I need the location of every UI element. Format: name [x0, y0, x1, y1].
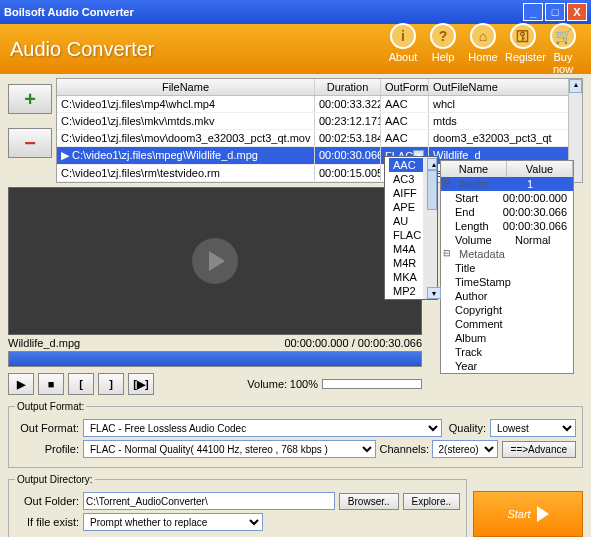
file-row[interactable]: C:\video1\zj.files\mp4\whcl.mp400:00:33.…	[57, 96, 582, 113]
volume-label: Volume: 100%	[247, 378, 318, 390]
property-row[interactable]: Length00:00:30.066	[441, 219, 573, 233]
property-row[interactable]: TimeStamp	[441, 275, 573, 289]
property-row[interactable]: Start00:00:00.000	[441, 191, 573, 205]
props-header: NameValue	[441, 161, 573, 177]
window-title: Boilsoft Audio Converter	[4, 6, 134, 18]
outformat-select[interactable]: FLAC - Free Lossless Audio Codec	[83, 419, 442, 437]
preview-filename: Wildlife_d.mpg	[8, 337, 284, 349]
props-group-audio[interactable]: Audio1	[441, 177, 573, 191]
col-outformat[interactable]: OutFormat	[381, 79, 429, 95]
maximize-button[interactable]: □	[545, 3, 565, 21]
stop-button[interactable]: ■	[38, 373, 64, 395]
play-overlay-icon[interactable]	[192, 238, 238, 284]
dropdown-scrollbar[interactable]: ▴ ▾	[423, 157, 437, 299]
help-icon: ?	[430, 23, 456, 49]
home-button[interactable]: ⌂Home	[465, 23, 501, 75]
volume-slider[interactable]	[322, 379, 422, 389]
home-icon: ⌂	[470, 23, 496, 49]
explore-button[interactable]: Explore..	[403, 493, 460, 510]
buynow-button[interactable]: 🛒Buy now	[545, 23, 581, 75]
channels-select[interactable]: 2(stereo)	[432, 440, 498, 458]
register-button[interactable]: ⚿Register	[505, 23, 541, 75]
property-row[interactable]: Album	[441, 331, 573, 345]
property-row[interactable]: Author	[441, 289, 573, 303]
fileexist-select[interactable]: Prompt whether to replace	[83, 513, 263, 531]
help-button[interactable]: ?Help	[425, 23, 461, 75]
properties-panel[interactable]: NameValue Audio1 Start00:00:00.000End00:…	[440, 160, 574, 374]
preview-time: 00:00:00.000 / 00:00:30.066	[284, 337, 422, 349]
channels-label: Channels:	[380, 443, 428, 455]
outformat-dropdown[interactable]: AACAC3AIFFAPEAUFLACM4AM4RMKAMP2 ▴ ▾	[384, 156, 438, 300]
minimize-button[interactable]: _	[523, 3, 543, 21]
remove-file-button[interactable]: −	[8, 128, 52, 158]
add-file-button[interactable]: +	[8, 84, 52, 114]
col-outfilename[interactable]: OutFileName	[429, 79, 582, 95]
file-list-header: FileName Duration OutFormat OutFileName	[57, 79, 582, 96]
output-format-group: Output Format: Out Format: FLAC - Free L…	[8, 401, 583, 468]
col-duration[interactable]: Duration	[315, 79, 381, 95]
key-icon: ⚿	[510, 23, 536, 49]
property-row[interactable]: Track	[441, 345, 573, 359]
fileexist-label: If file exist:	[15, 516, 79, 528]
profile-select[interactable]: FLAC - Normal Quality( 44100 Hz, stereo …	[83, 440, 376, 458]
start-button[interactable]: Start	[473, 491, 583, 537]
profile-label: Profile:	[15, 443, 79, 455]
property-row[interactable]: Year	[441, 359, 573, 373]
play-button[interactable]: ▶	[8, 373, 34, 395]
browse-button[interactable]: Browser..	[339, 493, 399, 510]
cart-icon: 🛒	[550, 23, 576, 49]
file-row[interactable]: C:\video1\zj.files\mov\doom3_e32003_pct3…	[57, 130, 582, 147]
app-title: Audio Converter	[10, 38, 385, 61]
app-header: Audio Converter iAbout ?Help ⌂Home ⚿Regi…	[0, 24, 591, 74]
property-row[interactable]: Copyright	[441, 303, 573, 317]
outfolder-label: Out Folder:	[15, 495, 79, 507]
property-row[interactable]: Title	[441, 261, 573, 275]
col-filename[interactable]: FileName	[57, 79, 315, 95]
outfolder-input[interactable]	[83, 492, 335, 510]
video-preview[interactable]	[8, 187, 422, 335]
info-icon: i	[390, 23, 416, 49]
scroll-up-icon[interactable]: ▴	[569, 79, 582, 93]
close-button[interactable]: X	[567, 3, 587, 21]
output-directory-group: Output Directory: Out Folder: Browser.. …	[8, 474, 467, 537]
property-row[interactable]: VolumeNormal	[441, 233, 573, 247]
file-row[interactable]: C:\video1\zj.files\mkv\mtds.mkv00:23:12.…	[57, 113, 582, 130]
mark-in-button[interactable]: [	[68, 373, 94, 395]
play-range-button[interactable]: [▶]	[128, 373, 154, 395]
outformat-label: Out Format:	[15, 422, 79, 434]
property-row[interactable]: Comment	[441, 317, 573, 331]
property-row[interactable]: End00:00:30.066	[441, 205, 573, 219]
play-icon	[537, 506, 549, 522]
advance-button[interactable]: ==>Advance	[502, 441, 576, 458]
seek-bar[interactable]	[8, 351, 422, 367]
mark-out-button[interactable]: ]	[98, 373, 124, 395]
props-group-metadata[interactable]: Metadata	[441, 247, 573, 261]
titlebar[interactable]: Boilsoft Audio Converter _ □ X	[0, 0, 591, 24]
quality-select[interactable]: Lowest	[490, 419, 576, 437]
quality-label: Quality:	[446, 422, 486, 434]
about-button[interactable]: iAbout	[385, 23, 421, 75]
